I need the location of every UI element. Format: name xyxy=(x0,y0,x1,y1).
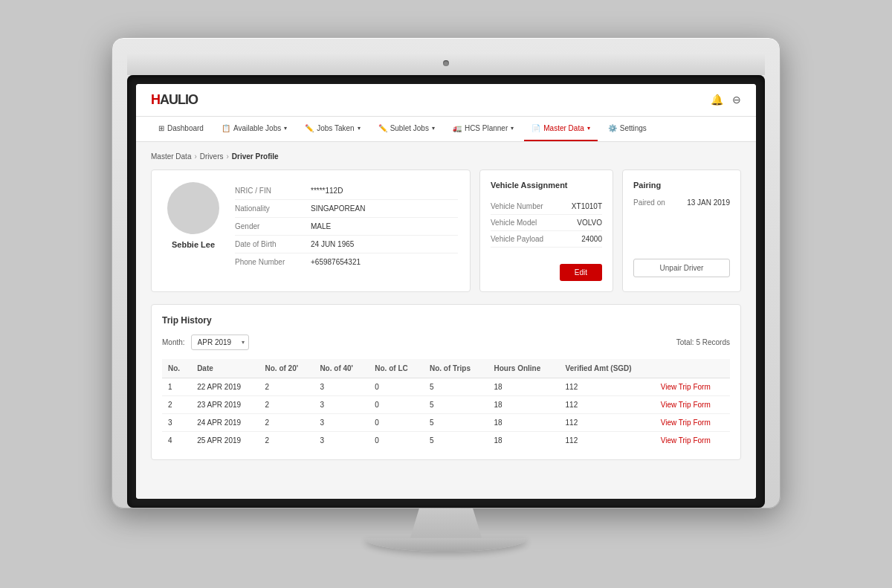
nationality-value: SINGAPOREAN xyxy=(311,204,365,213)
breadcrumb: Master Data › Drivers › Driver Profile xyxy=(151,152,741,161)
nav-hcs-planner[interactable]: 🚛 HCS Planner ▾ xyxy=(445,116,521,141)
month-label: Month: xyxy=(162,338,185,346)
logo-rest: AULIO xyxy=(160,92,198,107)
cell-no20: 2 xyxy=(259,431,314,449)
monitor-stand-base xyxy=(364,538,528,552)
nav-dashboard[interactable]: ⊞ Dashboard xyxy=(151,116,211,141)
col-date: Date xyxy=(191,359,259,378)
col-hours: Hours Online xyxy=(488,359,560,378)
cell-link[interactable]: View Trip Form xyxy=(655,378,730,395)
cell-lc: 0 xyxy=(369,413,424,431)
nav-hcs-planner-label: HCS Planner xyxy=(465,124,508,132)
jobs-taken-arrow-icon: ▾ xyxy=(358,125,361,132)
breadcrumb-driver-profile: Driver Profile xyxy=(232,152,279,161)
month-select-wrapper: APR 2019 MAR 2019 FEB 2019 JAN 2019 xyxy=(191,335,249,350)
total-records: Total: 5 Records xyxy=(676,338,730,346)
trip-history-title: Trip History xyxy=(162,315,730,326)
nav-settings[interactable]: ⚙️ Settings xyxy=(601,116,654,141)
vehicle-payload-label: Vehicle Payload xyxy=(491,235,543,243)
table-row: 1 22 APR 2019 2 3 0 5 18 112 View Trip F… xyxy=(162,378,730,395)
cell-date: 25 APR 2019 xyxy=(191,431,259,449)
logout-icon[interactable]: ⊖ xyxy=(732,94,741,106)
hcs-planner-icon: 🚛 xyxy=(453,124,462,132)
phone-value: +65987654321 xyxy=(311,258,361,266)
header-actions: 🔔 ⊖ xyxy=(711,94,741,106)
nationality-label: Nationality xyxy=(235,204,302,213)
cell-link[interactable]: View Trip Form xyxy=(655,413,730,431)
cell-link[interactable]: View Trip Form xyxy=(655,395,730,413)
col-lc: No. of LC xyxy=(369,359,424,378)
edit-button[interactable]: Edit xyxy=(560,264,602,281)
pairing-card: Pairing Paired on 13 JAN 2019 Unpair Dri… xyxy=(622,169,741,292)
profile-section: Sebbie Lee NRIC / FIN *****112D National… xyxy=(151,169,741,292)
dob-label: Date of Birth xyxy=(235,240,302,248)
cell-hours: 18 xyxy=(488,378,560,395)
cell-date: 23 APR 2019 xyxy=(191,395,259,413)
view-trip-form-link[interactable]: View Trip Form xyxy=(661,419,711,427)
col-trips: No. of Trips xyxy=(424,359,488,378)
breadcrumb-sep-1: › xyxy=(194,152,196,161)
vehicle-model-row: Vehicle Model VOLVO xyxy=(491,215,602,231)
col-action xyxy=(655,359,730,378)
profile-details: NRIC / FIN *****112D Nationality SINGAPO… xyxy=(235,182,458,271)
app-header: HAULIO 🔔 ⊖ xyxy=(136,84,756,117)
nav-master-data[interactable]: 📄 Master Data ▾ xyxy=(524,116,597,141)
nav-available-jobs[interactable]: 📋 Available Jobs ▾ xyxy=(214,116,294,141)
vehicle-payload-value: 24000 xyxy=(581,235,602,243)
table-row: 2 23 APR 2019 2 3 0 5 18 112 View Trip F… xyxy=(162,395,730,413)
cell-hours: 18 xyxy=(488,395,560,413)
trip-history-section: Trip History Month: APR 2019 MAR 2019 FE… xyxy=(151,304,741,460)
cell-date: 24 APR 2019 xyxy=(191,413,259,431)
avatar-section: Sebbie Lee xyxy=(164,182,223,249)
dashboard-icon: ⊞ xyxy=(158,124,164,132)
master-data-icon: 📄 xyxy=(531,124,540,132)
master-data-arrow-icon: ▾ xyxy=(587,125,590,132)
sublet-jobs-arrow-icon: ▾ xyxy=(432,125,435,132)
hcs-planner-arrow-icon: ▾ xyxy=(511,125,514,132)
cell-amt: 112 xyxy=(560,378,655,395)
cell-no: 2 xyxy=(162,395,191,413)
cell-link[interactable]: View Trip Form xyxy=(655,431,730,449)
cell-hours: 18 xyxy=(488,413,560,431)
trip-controls: Month: APR 2019 MAR 2019 FEB 2019 JAN 20… xyxy=(162,335,730,350)
nav-master-data-label: Master Data xyxy=(543,124,584,132)
cell-no40: 3 xyxy=(314,413,369,431)
dob-row: Date of Birth 24 JUN 1965 xyxy=(235,236,458,253)
view-trip-form-link[interactable]: View Trip Form xyxy=(661,401,711,409)
phone-label: Phone Number xyxy=(235,258,302,266)
nav-jobs-taken[interactable]: ✏️ Jobs Taken ▾ xyxy=(297,116,367,141)
cell-date: 22 APR 2019 xyxy=(191,378,259,395)
month-select[interactable]: APR 2019 MAR 2019 FEB 2019 JAN 2019 xyxy=(191,335,249,350)
vehicle-card: Vehicle Assignment Vehicle Number XT1010… xyxy=(479,169,613,292)
cell-no20: 2 xyxy=(259,395,314,413)
logo-h: H xyxy=(151,92,160,107)
cell-lc: 0 xyxy=(369,378,424,395)
breadcrumb-drivers[interactable]: Drivers xyxy=(200,152,224,161)
vehicle-model-value: VOLVO xyxy=(577,219,602,227)
sublet-jobs-icon: ✏️ xyxy=(378,124,387,132)
profile-card: Sebbie Lee NRIC / FIN *****112D National… xyxy=(151,169,471,292)
nav-available-jobs-label: Available Jobs xyxy=(233,124,281,132)
breadcrumb-master-data[interactable]: Master Data xyxy=(151,152,191,161)
col-amt: Verified Amt (SGD) xyxy=(560,359,655,378)
cell-lc: 0 xyxy=(369,431,424,449)
nav-jobs-taken-label: Jobs Taken xyxy=(317,124,354,132)
cell-trips: 5 xyxy=(424,413,488,431)
jobs-taken-icon: ✏️ xyxy=(305,124,314,132)
view-trip-form-link[interactable]: View Trip Form xyxy=(661,436,711,445)
vehicle-model-label: Vehicle Model xyxy=(491,219,537,227)
nationality-row: Nationality SINGAPOREAN xyxy=(235,200,458,218)
unpair-button[interactable]: Unpair Driver xyxy=(633,259,730,277)
phone-row: Phone Number +65987654321 xyxy=(235,253,458,271)
nav-sublet-jobs[interactable]: ✏️ Sublet Jobs ▾ xyxy=(371,116,442,141)
notification-icon[interactable]: 🔔 xyxy=(711,94,723,106)
vehicle-card-title: Vehicle Assignment xyxy=(491,181,602,190)
available-jobs-arrow-icon: ▾ xyxy=(284,125,287,132)
nav-dashboard-label: Dashboard xyxy=(167,124,204,132)
cell-amt: 112 xyxy=(560,431,655,449)
cell-amt: 112 xyxy=(560,395,655,413)
gender-label: Gender xyxy=(235,222,302,230)
cell-trips: 5 xyxy=(424,395,488,413)
view-trip-form-link[interactable]: View Trip Form xyxy=(661,383,711,391)
gender-row: Gender MALE xyxy=(235,218,458,236)
